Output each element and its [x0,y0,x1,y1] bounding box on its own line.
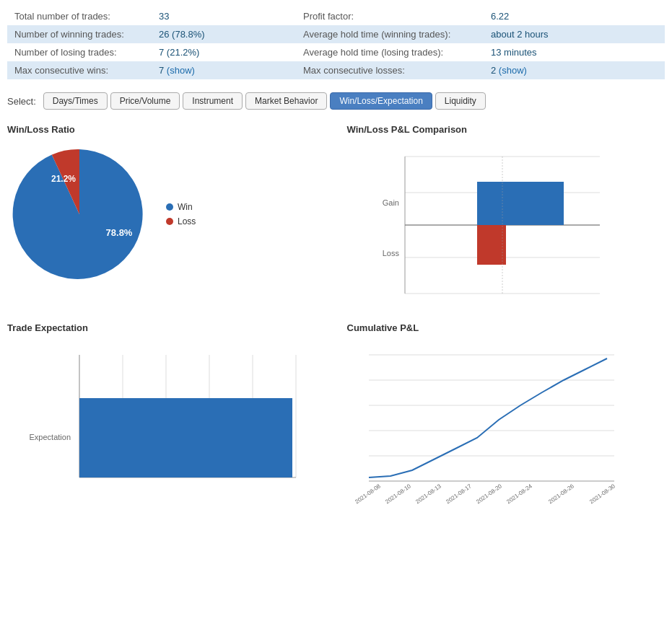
pl-comparison-section: Win/Loss P&L Comparison Gain Loss [347,124,666,308]
pl-comparison-title: Win/Loss P&L Comparison [347,124,666,135]
stat-label: Number of winning trades: [7,25,152,43]
pie-legend: Win Loss [166,202,196,226]
pl-chart-svg: Gain Loss [347,142,621,308]
tab-liquidity[interactable]: Liquidity [435,92,486,110]
stat-label2: Average hold time (winning trades): [296,25,484,43]
tab-price-volume[interactable]: Price/Volume [110,92,180,110]
pie-chart: 78.8% 21.2% [7,142,152,286]
tab-instrument[interactable]: Instrument [183,92,243,110]
loss-label: Loss [382,249,399,257]
date-label-4: 2021-08-17 [445,483,473,505]
stat-value: 26 (78.8%) [152,25,296,43]
stats-table: Total number of trades: 33 Profit factor… [7,7,665,79]
expectation-bar [79,398,292,477]
tab-selector: Select: Days/Times Price/Volume Instrume… [7,92,665,110]
pie-loss-label: 21.2% [51,174,76,184]
expectation-chart-container: Expectation [7,340,310,506]
date-label-1: 2021-08-08 [354,483,382,505]
legend-win-label: Win [178,202,193,212]
stat-label2: Profit factor: [296,7,484,25]
show-consecutive-losses-link[interactable]: (show) [499,65,527,76]
date-label-6: 2021-08-24 [505,483,533,505]
date-label-7: 2021-08-26 [547,483,575,505]
stat-label: Total number of trades: [7,7,152,25]
date-label-8: 2021-08-30 [588,483,616,505]
date-label-3: 2021-08-13 [414,483,442,505]
win-loss-ratio-section: Win/Loss Ratio 78.8% 21.2% Win [7,124,326,308]
cumulative-svg: 2021-08-08 2021-08-10 2021-08-13 2021-08… [347,340,621,528]
expectation-svg: Expectation [7,340,310,506]
stat-value2: 13 minutes [484,43,665,61]
stat-value: 33 [152,7,296,25]
stat-value2: 2 (show) [484,61,665,79]
stat-value: 7 (21.2%) [152,43,296,61]
stat-value: 7 (show) [152,61,296,79]
legend-win-dot [166,203,173,211]
loss-bar [477,225,506,265]
cumulative-pl-section: Cumulative P&L 2021-08-08 2021-08-10 202… [347,322,666,528]
gain-label: Gain [382,198,398,207]
trade-expectation-section: Trade Expectation Expectation [7,322,326,528]
date-label-5: 2021-08-20 [475,483,503,505]
legend-loss: Loss [166,216,196,226]
win-loss-ratio-title: Win/Loss Ratio [7,124,326,135]
tab-days-times[interactable]: Days/Times [43,92,108,110]
stat-value2: about 2 hours [484,25,665,43]
legend-loss-dot [166,218,173,225]
stat-label: Max consecutive wins: [7,61,152,79]
tab-win-loss-expectation[interactable]: Win/Loss/Expectation [330,92,432,110]
select-label: Select: [7,96,36,107]
cumulative-pl-title: Cumulative P&L [347,322,666,333]
legend-win: Win [166,202,196,212]
stat-label: Number of losing trades: [7,43,152,61]
trade-expectation-title: Trade Expectation [7,322,326,333]
pl-chart-container: Gain Loss [347,142,621,308]
date-label-2: 2021-08-10 [384,483,412,505]
stat-value2: 6.22 [484,7,665,25]
charts-grid: Win/Loss Ratio 78.8% 21.2% Win [7,124,665,528]
gain-bar [477,182,564,225]
legend-loss-label: Loss [178,216,196,226]
pie-container: 78.8% 21.2% Win Loss [7,142,326,286]
cumulative-line [369,358,607,477]
stat-label2: Max consecutive losses: [296,61,484,79]
cumulative-chart-container: 2021-08-08 2021-08-10 2021-08-13 2021-08… [347,340,621,528]
show-consecutive-wins-link[interactable]: (show) [167,65,195,76]
stat-label2: Average hold time (losing trades): [296,43,484,61]
pie-win-label: 78.8% [106,227,133,238]
expectation-y-label: Expectation [30,433,71,441]
tab-market-behavior[interactable]: Market Behavior [245,92,327,110]
